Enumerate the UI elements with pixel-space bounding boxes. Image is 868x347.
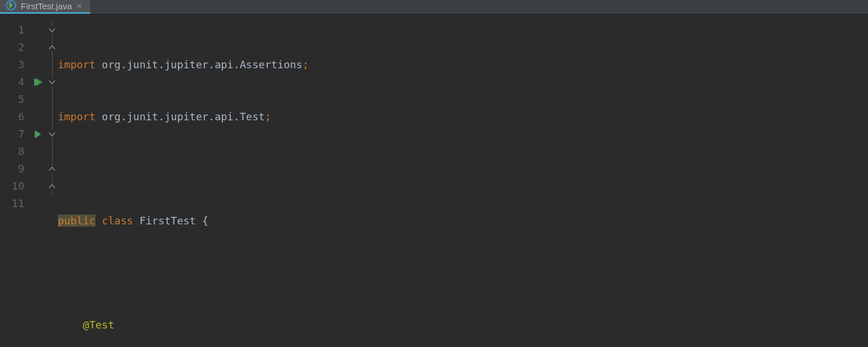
code-line: @Test (58, 316, 868, 334)
line-number: 3 (0, 56, 29, 73)
line-number: 1 (0, 21, 29, 39)
java-file-icon (6, 0, 16, 12)
close-tab-icon[interactable]: × (76, 2, 82, 11)
tab-bar: FirstTest.java × (0, 0, 868, 14)
code-line (58, 264, 868, 282)
file-tab-label: FirstTest.java (21, 1, 72, 11)
fold-toggle-icon[interactable] (46, 125, 58, 143)
run-marker-gutter (29, 14, 46, 347)
code-line: public class FirstTest { (58, 212, 868, 230)
fold-toggle-icon[interactable] (46, 73, 58, 91)
editor[interactable]: 1 2 3 4 5 6 7 8 9 10 11 (0, 14, 868, 347)
line-number: 9 (0, 160, 29, 178)
fold-toggle-icon[interactable] (46, 160, 58, 178)
fold-toggle-icon[interactable] (46, 21, 58, 39)
code-area[interactable]: import org.junit.jupiter.api.Assertions;… (58, 14, 868, 347)
line-number: 7 (0, 125, 29, 143)
line-number: 2 (0, 39, 29, 56)
code-line: import org.junit.jupiter.api.Test; (58, 108, 868, 125)
line-number-gutter: 1 2 3 4 5 6 7 8 9 10 11 (0, 14, 29, 347)
ide-root: FirstTest.java × 1 2 3 4 5 6 7 8 9 10 11 (0, 0, 868, 347)
fold-gutter (46, 14, 58, 347)
line-number: 8 (0, 143, 29, 160)
line-number: 5 (0, 91, 29, 108)
line-number: 4 (0, 73, 29, 91)
line-number: 10 (0, 178, 29, 195)
line-number: 11 (0, 195, 29, 212)
code-line: import org.junit.jupiter.api.Assertions; (58, 56, 868, 73)
line-number: 6 (0, 108, 29, 125)
fold-toggle-icon[interactable] (46, 39, 58, 56)
run-method-icon[interactable] (29, 125, 46, 143)
file-tab[interactable]: FirstTest.java × (0, 0, 90, 14)
fold-toggle-icon[interactable] (46, 178, 58, 195)
code-line (58, 160, 868, 178)
run-class-icon[interactable] (29, 73, 46, 91)
